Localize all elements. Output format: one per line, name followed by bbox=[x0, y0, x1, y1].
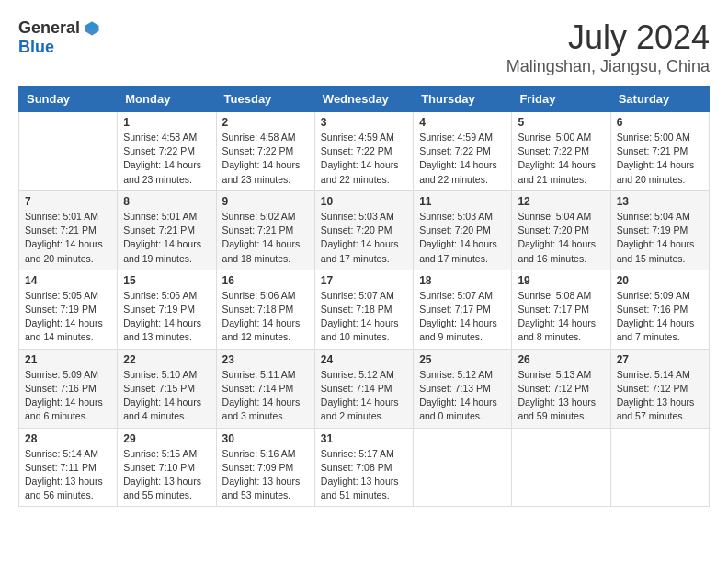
day-number: 12 bbox=[518, 195, 604, 208]
day-number: 9 bbox=[222, 195, 309, 208]
day-number: 26 bbox=[518, 353, 604, 366]
day-info: Sunrise: 5:12 AMSunset: 7:13 PMDaylight:… bbox=[419, 368, 506, 424]
day-number: 7 bbox=[25, 195, 111, 208]
calendar-cell: 18Sunrise: 5:07 AMSunset: 7:17 PMDayligh… bbox=[414, 270, 512, 349]
calendar-header-monday: Monday bbox=[118, 86, 216, 112]
day-info: Sunrise: 5:11 AMSunset: 7:14 PMDaylight:… bbox=[222, 368, 309, 424]
day-info: Sunrise: 5:05 AMSunset: 7:19 PMDaylight:… bbox=[25, 289, 111, 345]
calendar-cell: 11Sunrise: 5:03 AMSunset: 7:20 PMDayligh… bbox=[414, 190, 512, 270]
calendar-header-sunday: Sunday bbox=[19, 86, 118, 112]
day-info: Sunrise: 5:03 AMSunset: 7:20 PMDaylight:… bbox=[321, 210, 407, 266]
day-number: 6 bbox=[617, 116, 703, 129]
calendar-cell: 30Sunrise: 5:16 AMSunset: 7:09 PMDayligh… bbox=[216, 428, 314, 507]
day-number: 28 bbox=[25, 432, 111, 445]
calendar-week-2: 7Sunrise: 5:01 AMSunset: 7:21 PMDaylight… bbox=[19, 190, 710, 270]
day-number: 29 bbox=[123, 432, 210, 445]
day-info: Sunrise: 5:09 AMSunset: 7:16 PMDaylight:… bbox=[25, 368, 111, 424]
day-info: Sunrise: 5:10 AMSunset: 7:15 PMDaylight:… bbox=[123, 368, 210, 424]
day-info: Sunrise: 5:02 AMSunset: 7:21 PMDaylight:… bbox=[222, 210, 309, 266]
main-title: July 2024 bbox=[506, 18, 710, 57]
day-info: Sunrise: 5:00 AMSunset: 7:21 PMDaylight:… bbox=[617, 131, 703, 187]
calendar-cell bbox=[19, 112, 118, 191]
calendar-cell: 2Sunrise: 4:58 AMSunset: 7:22 PMDaylight… bbox=[216, 112, 314, 191]
calendar-cell: 22Sunrise: 5:10 AMSunset: 7:15 PMDayligh… bbox=[118, 349, 216, 428]
day-number: 30 bbox=[222, 432, 309, 445]
calendar-cell bbox=[610, 428, 709, 507]
day-number: 23 bbox=[222, 353, 309, 366]
day-info: Sunrise: 5:15 AMSunset: 7:10 PMDaylight:… bbox=[123, 447, 210, 503]
calendar-header-thursday: Thursday bbox=[414, 86, 512, 112]
day-number: 14 bbox=[25, 274, 111, 287]
calendar-cell: 4Sunrise: 4:59 AMSunset: 7:22 PMDaylight… bbox=[414, 112, 512, 191]
logo-general-text: General bbox=[18, 18, 80, 38]
day-info: Sunrise: 5:09 AMSunset: 7:16 PMDaylight:… bbox=[617, 289, 703, 345]
calendar-cell: 26Sunrise: 5:13 AMSunset: 7:12 PMDayligh… bbox=[512, 349, 610, 428]
day-number: 15 bbox=[123, 274, 210, 287]
calendar-week-3: 14Sunrise: 5:05 AMSunset: 7:19 PMDayligh… bbox=[19, 270, 710, 349]
calendar-cell: 1Sunrise: 4:58 AMSunset: 7:22 PMDaylight… bbox=[118, 112, 216, 191]
calendar-cell: 28Sunrise: 5:14 AMSunset: 7:11 PMDayligh… bbox=[19, 428, 118, 507]
day-info: Sunrise: 5:07 AMSunset: 7:18 PMDaylight:… bbox=[321, 289, 407, 345]
calendar-cell: 8Sunrise: 5:01 AMSunset: 7:21 PMDaylight… bbox=[118, 190, 216, 270]
calendar-cell: 9Sunrise: 5:02 AMSunset: 7:21 PMDaylight… bbox=[216, 190, 314, 270]
calendar-cell: 31Sunrise: 5:17 AMSunset: 7:08 PMDayligh… bbox=[314, 428, 413, 507]
logo: General Blue bbox=[18, 18, 100, 57]
day-info: Sunrise: 5:04 AMSunset: 7:20 PMDaylight:… bbox=[518, 210, 604, 266]
calendar-cell: 12Sunrise: 5:04 AMSunset: 7:20 PMDayligh… bbox=[512, 190, 610, 270]
calendar-cell: 19Sunrise: 5:08 AMSunset: 7:17 PMDayligh… bbox=[512, 270, 610, 349]
day-number: 16 bbox=[222, 274, 309, 287]
calendar-table: SundayMondayTuesdayWednesdayThursdayFrid… bbox=[18, 86, 710, 507]
day-info: Sunrise: 5:01 AMSunset: 7:21 PMDaylight:… bbox=[25, 210, 111, 266]
day-number: 8 bbox=[123, 195, 210, 208]
day-info: Sunrise: 5:13 AMSunset: 7:12 PMDaylight:… bbox=[518, 368, 604, 424]
day-number: 24 bbox=[321, 353, 407, 366]
day-info: Sunrise: 4:59 AMSunset: 7:22 PMDaylight:… bbox=[419, 131, 506, 187]
day-number: 20 bbox=[617, 274, 703, 287]
day-info: Sunrise: 5:08 AMSunset: 7:17 PMDaylight:… bbox=[518, 289, 604, 345]
calendar-header-saturday: Saturday bbox=[610, 86, 709, 112]
calendar-week-1: 1Sunrise: 4:58 AMSunset: 7:22 PMDaylight… bbox=[19, 112, 710, 191]
day-info: Sunrise: 5:17 AMSunset: 7:08 PMDaylight:… bbox=[321, 447, 407, 503]
day-number: 21 bbox=[25, 353, 111, 366]
day-info: Sunrise: 4:58 AMSunset: 7:22 PMDaylight:… bbox=[123, 131, 210, 187]
day-number: 19 bbox=[518, 274, 604, 287]
title-area: July 2024 Malingshan, Jiangsu, China bbox=[506, 18, 710, 76]
day-number: 2 bbox=[222, 116, 309, 129]
calendar-header-tuesday: Tuesday bbox=[216, 86, 314, 112]
day-number: 25 bbox=[419, 353, 506, 366]
day-info: Sunrise: 5:06 AMSunset: 7:19 PMDaylight:… bbox=[123, 289, 210, 345]
calendar-header-friday: Friday bbox=[512, 86, 610, 112]
calendar-cell: 10Sunrise: 5:03 AMSunset: 7:20 PMDayligh… bbox=[314, 190, 413, 270]
day-info: Sunrise: 5:16 AMSunset: 7:09 PMDaylight:… bbox=[222, 447, 309, 503]
calendar-cell: 21Sunrise: 5:09 AMSunset: 7:16 PMDayligh… bbox=[19, 349, 118, 428]
logo-icon bbox=[84, 20, 100, 37]
calendar-cell: 17Sunrise: 5:07 AMSunset: 7:18 PMDayligh… bbox=[314, 270, 413, 349]
calendar-cell: 25Sunrise: 5:12 AMSunset: 7:13 PMDayligh… bbox=[414, 349, 512, 428]
calendar-cell: 29Sunrise: 5:15 AMSunset: 7:10 PMDayligh… bbox=[118, 428, 216, 507]
day-info: Sunrise: 5:01 AMSunset: 7:21 PMDaylight:… bbox=[123, 210, 210, 266]
calendar-cell: 16Sunrise: 5:06 AMSunset: 7:18 PMDayligh… bbox=[216, 270, 314, 349]
day-info: Sunrise: 5:03 AMSunset: 7:20 PMDaylight:… bbox=[419, 210, 506, 266]
calendar-cell: 5Sunrise: 5:00 AMSunset: 7:22 PMDaylight… bbox=[512, 112, 610, 191]
calendar-body: 1Sunrise: 4:58 AMSunset: 7:22 PMDaylight… bbox=[19, 112, 710, 507]
day-number: 31 bbox=[321, 432, 407, 445]
calendar-cell: 7Sunrise: 5:01 AMSunset: 7:21 PMDaylight… bbox=[19, 190, 118, 270]
day-number: 4 bbox=[419, 116, 506, 129]
day-info: Sunrise: 5:00 AMSunset: 7:22 PMDaylight:… bbox=[518, 131, 604, 187]
day-number: 17 bbox=[321, 274, 407, 287]
day-number: 13 bbox=[617, 195, 703, 208]
calendar-cell: 15Sunrise: 5:06 AMSunset: 7:19 PMDayligh… bbox=[118, 270, 216, 349]
day-number: 18 bbox=[419, 274, 506, 287]
day-number: 10 bbox=[321, 195, 407, 208]
subtitle: Malingshan, Jiangsu, China bbox=[506, 57, 710, 76]
calendar-cell: 24Sunrise: 5:12 AMSunset: 7:14 PMDayligh… bbox=[314, 349, 413, 428]
calendar-header-wednesday: Wednesday bbox=[314, 86, 413, 112]
calendar-header-row: SundayMondayTuesdayWednesdayThursdayFrid… bbox=[19, 86, 710, 112]
day-number: 27 bbox=[617, 353, 703, 366]
day-info: Sunrise: 5:07 AMSunset: 7:17 PMDaylight:… bbox=[419, 289, 506, 345]
day-number: 1 bbox=[123, 116, 210, 129]
day-info: Sunrise: 5:14 AMSunset: 7:11 PMDaylight:… bbox=[25, 447, 111, 503]
calendar-week-5: 28Sunrise: 5:14 AMSunset: 7:11 PMDayligh… bbox=[19, 428, 710, 507]
day-info: Sunrise: 5:12 AMSunset: 7:14 PMDaylight:… bbox=[321, 368, 407, 424]
calendar-cell: 14Sunrise: 5:05 AMSunset: 7:19 PMDayligh… bbox=[19, 270, 118, 349]
